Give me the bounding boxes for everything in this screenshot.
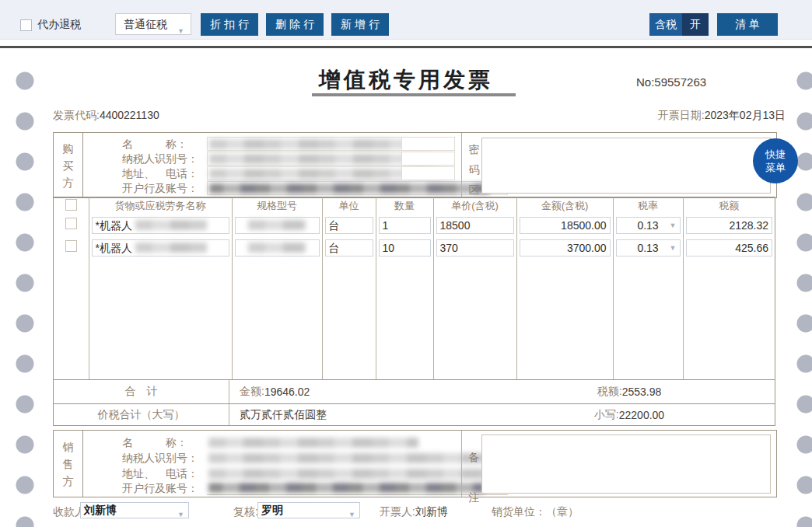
buyer-mini-field-3[interactable] <box>401 166 455 180</box>
goods-row-2: *机器人 台 10 370 3700.00 0.13▼ 425.66 <box>54 236 775 259</box>
seller-side-label: 销售方 <box>62 438 74 490</box>
name-input[interactable]: *机器人 <box>92 239 229 257</box>
tax-mode-selected-value: 普通征税 <box>124 18 167 30</box>
buyer-bank-label: 开户行及账号： <box>122 181 198 196</box>
col-header-unit: 单位 <box>322 197 376 214</box>
reviewer-value: 罗明 <box>261 504 283 516</box>
row-checkbox[interactable] <box>65 240 77 252</box>
price-input[interactable]: 370 <box>436 239 514 257</box>
chevron-down-icon: ▼ <box>670 240 677 256</box>
delete-row-button[interactable]: 删 除 行 <box>266 13 324 36</box>
name-value: *机器人 <box>96 240 132 256</box>
rate-value: 0.13 <box>637 218 658 233</box>
perforation-dots-right <box>796 70 812 527</box>
perforation-dots-left <box>15 70 35 527</box>
remark-label: 备注 <box>468 437 480 518</box>
rate-select[interactable]: 0.13▼ <box>616 239 681 257</box>
toolbar: 代办退税 普通征税 ▼ 折 扣 行 删 除 行 新 增 行 含税 开 清 单 <box>0 0 812 40</box>
buyer-mini-field-2[interactable] <box>401 152 455 166</box>
quick-menu-label: 快捷菜单 <box>764 148 787 174</box>
unit-input[interactable]: 台 <box>325 239 373 257</box>
buyer-side-label: 购买方 <box>62 140 74 191</box>
col-header-price: 单价(含税) <box>433 197 516 214</box>
redacted-value <box>248 243 306 253</box>
total-label: 合 计 <box>54 380 229 403</box>
buyer-mini-field-1[interactable] <box>401 137 455 151</box>
tax-input[interactable]: 2128.32 <box>686 217 773 234</box>
total-amount: 金额:19646.02 <box>240 380 310 403</box>
goods-row-1: *机器人 台 1 18500 18500.00 0.13▼ 2128.32 <box>54 214 775 236</box>
col-header-tax: 税额 <box>683 197 775 214</box>
title-underline <box>312 93 516 96</box>
spec-input[interactable] <box>235 217 320 234</box>
password-area-box[interactable] <box>481 138 771 194</box>
col-header-qty: 数量 <box>376 197 433 214</box>
amount-input[interactable]: 18500.00 <box>520 217 611 234</box>
payee-select[interactable]: 刘新博 ▼ <box>80 502 189 518</box>
buyer-taxid-label: 纳税人识别号： <box>122 152 198 166</box>
reviewer-label: 复核: <box>233 505 258 519</box>
goods-header-row: 货物或应税劳务名称 规格型号 单位 数量 单价(含税) 金额(含税) 税率 税额 <box>54 197 775 214</box>
discount-row-button[interactable]: 折 扣 行 <box>201 13 258 36</box>
tax-included-label: 含税 <box>649 13 682 36</box>
sum-in-words-value: 贰万贰仟贰佰圆整 <box>240 404 327 425</box>
total-amount-value: 19646.02 <box>264 386 310 398</box>
tax-included-toggle[interactable]: 含税 开 <box>649 13 709 36</box>
sum-in-words-label: 价税合计（大写） <box>54 404 229 425</box>
sum-in-words-row: 价税合计（大写） 贰万贰仟贰佰圆整 小写:22200.00 <box>53 404 775 426</box>
chevron-down-icon: ▼ <box>177 508 184 522</box>
seller-name-label: 名 称： <box>122 435 187 450</box>
unit-input[interactable]: 台 <box>325 217 373 234</box>
invoice-title: 增值税专用发票 <box>319 68 493 92</box>
redacted-value <box>208 453 487 463</box>
seller-taxid-label: 纳税人识别号： <box>122 451 198 466</box>
select-all-checkbox[interactable] <box>65 199 77 211</box>
seller-side-cell: 销售方 <box>54 431 83 497</box>
row-checkbox[interactable] <box>65 218 77 229</box>
qty-input[interactable]: 10 <box>379 239 431 257</box>
goods-table: 货物或应税劳务名称 规格型号 单位 数量 单价(含税) 金额(含税) 税率 税额… <box>53 197 775 380</box>
col-header-rate: 税率 <box>613 197 683 214</box>
reviewer-select[interactable]: 罗明 ▼ <box>257 502 360 518</box>
total-amount-label: 金额: <box>240 385 264 399</box>
quick-menu-button[interactable]: 快捷菜单 <box>753 138 798 183</box>
name-input[interactable]: *机器人 <box>92 217 229 234</box>
rebate-checkbox[interactable] <box>20 19 32 31</box>
list-button[interactable]: 清 单 <box>717 13 778 36</box>
amount-input[interactable]: 3700.00 <box>520 239 611 257</box>
seller-bank-field[interactable] <box>207 481 508 495</box>
total-tax-label: 税额: <box>597 385 622 399</box>
redacted-value <box>208 469 508 479</box>
invoice-date-label: 开票日期: <box>658 109 705 121</box>
price-input[interactable]: 18500 <box>436 217 514 234</box>
col-header-spec: 规格型号 <box>232 197 322 214</box>
invoice-code-label: 发票代码: <box>53 109 100 121</box>
buyer-side-cell: 购买方 <box>54 133 83 197</box>
payee-value: 刘新博 <box>84 504 117 516</box>
tax-mode-select[interactable]: 普通征税 ▼ <box>115 13 191 35</box>
buyer-name-label: 名 称： <box>122 137 187 152</box>
buyer-password-separator <box>461 133 462 197</box>
invoice-number-value: 59557263 <box>654 75 706 89</box>
rate-value: 0.13 <box>637 240 658 256</box>
tax-included-state: 开 <box>682 13 709 36</box>
tax-input[interactable]: 425.66 <box>686 239 773 257</box>
col-header-name: 货物或应税劳务名称 <box>89 197 232 214</box>
drawer-value: 刘新博 <box>415 505 448 518</box>
redacted-value <box>135 243 207 253</box>
remark-box[interactable] <box>481 435 771 494</box>
qty-input[interactable]: 1 <box>379 217 431 234</box>
buyer-bank-field[interactable] <box>207 181 508 195</box>
invoice-number: No:59557263 <box>636 75 706 89</box>
spec-input[interactable] <box>235 239 320 257</box>
seller-remark-separator <box>461 431 462 497</box>
seller-bank-label: 开户行及账号： <box>122 481 198 496</box>
rate-select[interactable]: 0.13▼ <box>616 217 681 234</box>
add-row-button[interactable]: 新 增 行 <box>331 13 389 36</box>
invoice-number-label: No: <box>636 75 654 89</box>
buyer-section: 购买方 名 称： 纳税人识别号： 地址、 电话： 开户行及账号： 密码区 <box>53 132 777 198</box>
sum-small-value: 小写:22200.00 <box>551 404 707 425</box>
chevron-down-icon: ▼ <box>177 21 184 41</box>
invoice-code-value: 4400221130 <box>100 109 159 121</box>
redacted-value <box>208 438 418 448</box>
